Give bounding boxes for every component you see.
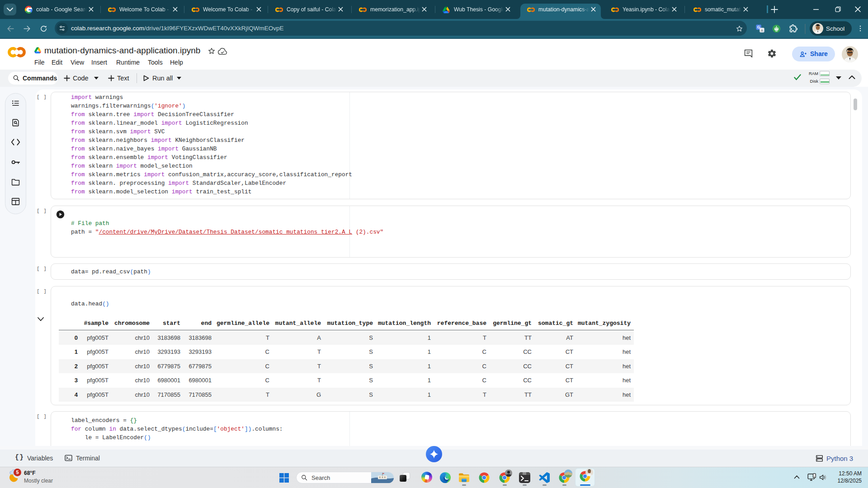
svg-text:A: A (761, 28, 763, 33)
